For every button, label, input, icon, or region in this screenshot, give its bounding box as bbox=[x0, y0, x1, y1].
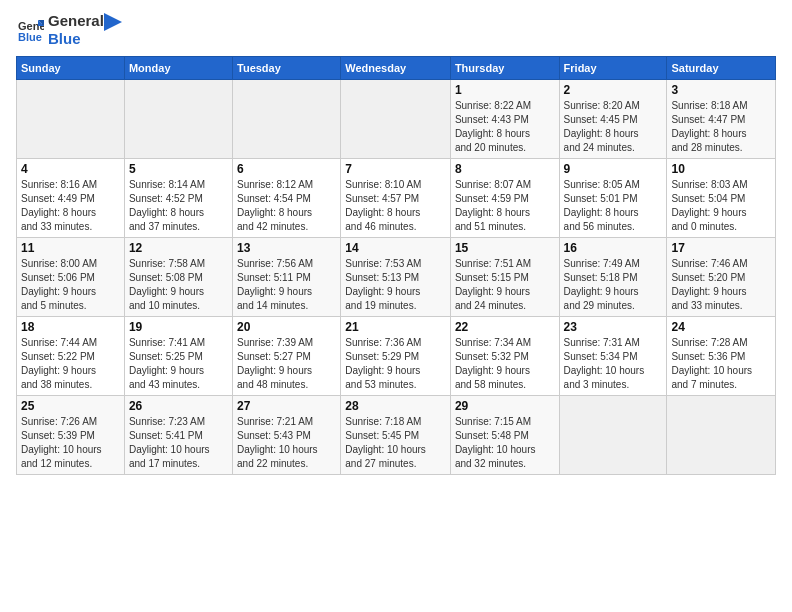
svg-marker-4 bbox=[104, 13, 122, 31]
calendar-cell: 5Sunrise: 8:14 AM Sunset: 4:52 PM Daylig… bbox=[124, 159, 232, 238]
weekday-header-friday: Friday bbox=[559, 57, 667, 80]
calendar-cell: 20Sunrise: 7:39 AM Sunset: 5:27 PM Dayli… bbox=[233, 317, 341, 396]
calendar-cell: 26Sunrise: 7:23 AM Sunset: 5:41 PM Dayli… bbox=[124, 396, 232, 475]
calendar-cell bbox=[559, 396, 667, 475]
calendar-cell: 13Sunrise: 7:56 AM Sunset: 5:11 PM Dayli… bbox=[233, 238, 341, 317]
day-number: 4 bbox=[21, 162, 120, 176]
calendar-cell: 8Sunrise: 8:07 AM Sunset: 4:59 PM Daylig… bbox=[450, 159, 559, 238]
day-number: 21 bbox=[345, 320, 446, 334]
day-info: Sunrise: 8:00 AM Sunset: 5:06 PM Dayligh… bbox=[21, 257, 120, 313]
day-number: 10 bbox=[671, 162, 771, 176]
calendar-cell: 23Sunrise: 7:31 AM Sunset: 5:34 PM Dayli… bbox=[559, 317, 667, 396]
day-info: Sunrise: 7:21 AM Sunset: 5:43 PM Dayligh… bbox=[237, 415, 336, 471]
logo-blue: Blue bbox=[48, 30, 104, 48]
calendar-cell: 3Sunrise: 8:18 AM Sunset: 4:47 PM Daylig… bbox=[667, 80, 776, 159]
day-number: 3 bbox=[671, 83, 771, 97]
day-number: 9 bbox=[564, 162, 663, 176]
day-info: Sunrise: 8:14 AM Sunset: 4:52 PM Dayligh… bbox=[129, 178, 228, 234]
day-number: 14 bbox=[345, 241, 446, 255]
calendar-cell: 16Sunrise: 7:49 AM Sunset: 5:18 PM Dayli… bbox=[559, 238, 667, 317]
day-number: 26 bbox=[129, 399, 228, 413]
calendar-week-2: 4Sunrise: 8:16 AM Sunset: 4:49 PM Daylig… bbox=[17, 159, 776, 238]
day-info: Sunrise: 8:16 AM Sunset: 4:49 PM Dayligh… bbox=[21, 178, 120, 234]
day-info: Sunrise: 8:22 AM Sunset: 4:43 PM Dayligh… bbox=[455, 99, 555, 155]
weekday-header-tuesday: Tuesday bbox=[233, 57, 341, 80]
page-header: General Blue General Blue bbox=[16, 12, 776, 48]
day-info: Sunrise: 7:41 AM Sunset: 5:25 PM Dayligh… bbox=[129, 336, 228, 392]
calendar-week-5: 25Sunrise: 7:26 AM Sunset: 5:39 PM Dayli… bbox=[17, 396, 776, 475]
day-number: 23 bbox=[564, 320, 663, 334]
day-number: 28 bbox=[345, 399, 446, 413]
weekday-header-thursday: Thursday bbox=[450, 57, 559, 80]
calendar-cell bbox=[124, 80, 232, 159]
calendar-week-3: 11Sunrise: 8:00 AM Sunset: 5:06 PM Dayli… bbox=[17, 238, 776, 317]
day-number: 18 bbox=[21, 320, 120, 334]
day-info: Sunrise: 8:03 AM Sunset: 5:04 PM Dayligh… bbox=[671, 178, 771, 234]
day-info: Sunrise: 7:56 AM Sunset: 5:11 PM Dayligh… bbox=[237, 257, 336, 313]
calendar-week-1: 1Sunrise: 8:22 AM Sunset: 4:43 PM Daylig… bbox=[17, 80, 776, 159]
day-info: Sunrise: 7:51 AM Sunset: 5:15 PM Dayligh… bbox=[455, 257, 555, 313]
day-number: 15 bbox=[455, 241, 555, 255]
calendar-cell: 22Sunrise: 7:34 AM Sunset: 5:32 PM Dayli… bbox=[450, 317, 559, 396]
day-info: Sunrise: 7:31 AM Sunset: 5:34 PM Dayligh… bbox=[564, 336, 663, 392]
weekday-header-saturday: Saturday bbox=[667, 57, 776, 80]
day-info: Sunrise: 7:46 AM Sunset: 5:20 PM Dayligh… bbox=[671, 257, 771, 313]
day-number: 7 bbox=[345, 162, 446, 176]
day-number: 22 bbox=[455, 320, 555, 334]
svg-text:Blue: Blue bbox=[18, 31, 42, 43]
calendar-cell: 4Sunrise: 8:16 AM Sunset: 4:49 PM Daylig… bbox=[17, 159, 125, 238]
calendar-cell bbox=[667, 396, 776, 475]
day-info: Sunrise: 8:05 AM Sunset: 5:01 PM Dayligh… bbox=[564, 178, 663, 234]
day-number: 17 bbox=[671, 241, 771, 255]
calendar-cell: 18Sunrise: 7:44 AM Sunset: 5:22 PM Dayli… bbox=[17, 317, 125, 396]
calendar-cell: 17Sunrise: 7:46 AM Sunset: 5:20 PM Dayli… bbox=[667, 238, 776, 317]
calendar-cell: 29Sunrise: 7:15 AM Sunset: 5:48 PM Dayli… bbox=[450, 396, 559, 475]
calendar-cell: 7Sunrise: 8:10 AM Sunset: 4:57 PM Daylig… bbox=[341, 159, 451, 238]
calendar-cell: 25Sunrise: 7:26 AM Sunset: 5:39 PM Dayli… bbox=[17, 396, 125, 475]
calendar-cell: 21Sunrise: 7:36 AM Sunset: 5:29 PM Dayli… bbox=[341, 317, 451, 396]
day-number: 16 bbox=[564, 241, 663, 255]
day-number: 19 bbox=[129, 320, 228, 334]
weekday-header-sunday: Sunday bbox=[17, 57, 125, 80]
day-number: 20 bbox=[237, 320, 336, 334]
day-number: 27 bbox=[237, 399, 336, 413]
calendar-cell bbox=[233, 80, 341, 159]
calendar-cell: 1Sunrise: 8:22 AM Sunset: 4:43 PM Daylig… bbox=[450, 80, 559, 159]
logo-general: General bbox=[48, 12, 104, 30]
day-number: 8 bbox=[455, 162, 555, 176]
day-number: 5 bbox=[129, 162, 228, 176]
calendar-cell bbox=[17, 80, 125, 159]
day-info: Sunrise: 7:44 AM Sunset: 5:22 PM Dayligh… bbox=[21, 336, 120, 392]
calendar-cell bbox=[341, 80, 451, 159]
day-number: 24 bbox=[671, 320, 771, 334]
calendar-cell: 24Sunrise: 7:28 AM Sunset: 5:36 PM Dayli… bbox=[667, 317, 776, 396]
calendar-cell: 19Sunrise: 7:41 AM Sunset: 5:25 PM Dayli… bbox=[124, 317, 232, 396]
day-info: Sunrise: 7:34 AM Sunset: 5:32 PM Dayligh… bbox=[455, 336, 555, 392]
day-info: Sunrise: 8:12 AM Sunset: 4:54 PM Dayligh… bbox=[237, 178, 336, 234]
calendar-cell: 12Sunrise: 7:58 AM Sunset: 5:08 PM Dayli… bbox=[124, 238, 232, 317]
day-number: 29 bbox=[455, 399, 555, 413]
day-info: Sunrise: 7:58 AM Sunset: 5:08 PM Dayligh… bbox=[129, 257, 228, 313]
day-number: 1 bbox=[455, 83, 555, 97]
logo-arrow-icon bbox=[104, 13, 122, 31]
calendar-cell: 28Sunrise: 7:18 AM Sunset: 5:45 PM Dayli… bbox=[341, 396, 451, 475]
logo-icon: General Blue bbox=[16, 16, 44, 44]
day-info: Sunrise: 8:07 AM Sunset: 4:59 PM Dayligh… bbox=[455, 178, 555, 234]
calendar-header-row: SundayMondayTuesdayWednesdayThursdayFrid… bbox=[17, 57, 776, 80]
day-info: Sunrise: 8:20 AM Sunset: 4:45 PM Dayligh… bbox=[564, 99, 663, 155]
day-number: 25 bbox=[21, 399, 120, 413]
calendar-table: SundayMondayTuesdayWednesdayThursdayFrid… bbox=[16, 56, 776, 475]
weekday-header-monday: Monday bbox=[124, 57, 232, 80]
day-info: Sunrise: 7:36 AM Sunset: 5:29 PM Dayligh… bbox=[345, 336, 446, 392]
day-number: 12 bbox=[129, 241, 228, 255]
day-info: Sunrise: 7:28 AM Sunset: 5:36 PM Dayligh… bbox=[671, 336, 771, 392]
calendar-cell: 9Sunrise: 8:05 AM Sunset: 5:01 PM Daylig… bbox=[559, 159, 667, 238]
day-info: Sunrise: 7:39 AM Sunset: 5:27 PM Dayligh… bbox=[237, 336, 336, 392]
day-info: Sunrise: 7:15 AM Sunset: 5:48 PM Dayligh… bbox=[455, 415, 555, 471]
calendar-cell: 10Sunrise: 8:03 AM Sunset: 5:04 PM Dayli… bbox=[667, 159, 776, 238]
calendar-cell: 6Sunrise: 8:12 AM Sunset: 4:54 PM Daylig… bbox=[233, 159, 341, 238]
day-number: 13 bbox=[237, 241, 336, 255]
day-info: Sunrise: 8:10 AM Sunset: 4:57 PM Dayligh… bbox=[345, 178, 446, 234]
calendar-week-4: 18Sunrise: 7:44 AM Sunset: 5:22 PM Dayli… bbox=[17, 317, 776, 396]
day-info: Sunrise: 7:49 AM Sunset: 5:18 PM Dayligh… bbox=[564, 257, 663, 313]
